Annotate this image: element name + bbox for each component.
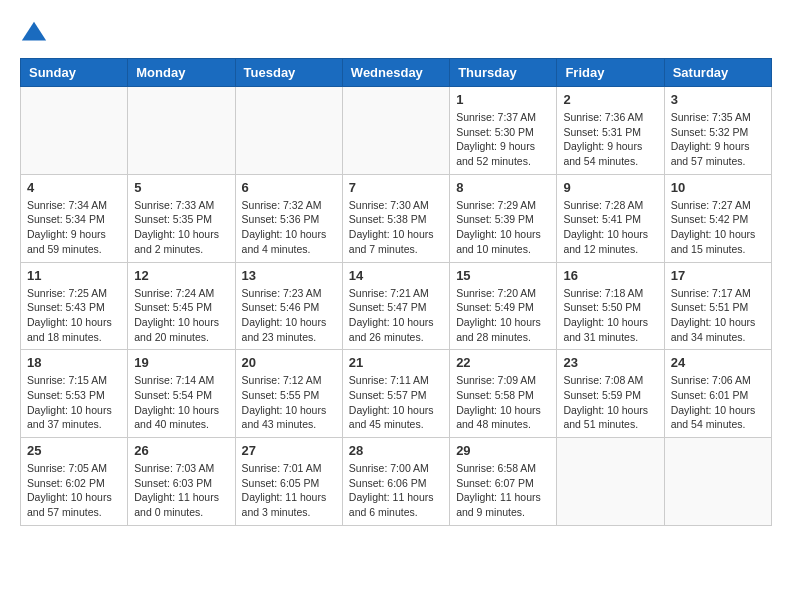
day-number: 17 xyxy=(671,268,765,283)
calendar-cell: 14Sunrise: 7:21 AMSunset: 5:47 PMDayligh… xyxy=(342,262,449,350)
svg-marker-0 xyxy=(22,22,46,41)
calendar-cell: 21Sunrise: 7:11 AMSunset: 5:57 PMDayligh… xyxy=(342,350,449,438)
day-info: Sunrise: 7:36 AMSunset: 5:31 PMDaylight:… xyxy=(563,110,657,169)
day-number: 9 xyxy=(563,180,657,195)
calendar-cell xyxy=(21,87,128,175)
calendar-cell: 6Sunrise: 7:32 AMSunset: 5:36 PMDaylight… xyxy=(235,174,342,262)
calendar-cell: 24Sunrise: 7:06 AMSunset: 6:01 PMDayligh… xyxy=(664,350,771,438)
day-number: 15 xyxy=(456,268,550,283)
day-info: Sunrise: 7:37 AMSunset: 5:30 PMDaylight:… xyxy=(456,110,550,169)
calendar-cell: 28Sunrise: 7:00 AMSunset: 6:06 PMDayligh… xyxy=(342,438,449,526)
calendar-cell: 29Sunrise: 6:58 AMSunset: 6:07 PMDayligh… xyxy=(450,438,557,526)
day-info: Sunrise: 6:58 AMSunset: 6:07 PMDaylight:… xyxy=(456,461,550,520)
day-info: Sunrise: 7:03 AMSunset: 6:03 PMDaylight:… xyxy=(134,461,228,520)
calendar-cell: 15Sunrise: 7:20 AMSunset: 5:49 PMDayligh… xyxy=(450,262,557,350)
day-info: Sunrise: 7:25 AMSunset: 5:43 PMDaylight:… xyxy=(27,286,121,345)
day-info: Sunrise: 7:18 AMSunset: 5:50 PMDaylight:… xyxy=(563,286,657,345)
day-info: Sunrise: 7:23 AMSunset: 5:46 PMDaylight:… xyxy=(242,286,336,345)
day-info: Sunrise: 7:09 AMSunset: 5:58 PMDaylight:… xyxy=(456,373,550,432)
calendar-cell: 3Sunrise: 7:35 AMSunset: 5:32 PMDaylight… xyxy=(664,87,771,175)
day-number: 22 xyxy=(456,355,550,370)
day-info: Sunrise: 7:11 AMSunset: 5:57 PMDaylight:… xyxy=(349,373,443,432)
logo-icon xyxy=(20,20,48,48)
day-info: Sunrise: 7:34 AMSunset: 5:34 PMDaylight:… xyxy=(27,198,121,257)
day-number: 26 xyxy=(134,443,228,458)
calendar-cell: 12Sunrise: 7:24 AMSunset: 5:45 PMDayligh… xyxy=(128,262,235,350)
page-header xyxy=(20,20,772,48)
weekday-header-saturday: Saturday xyxy=(664,59,771,87)
calendar-week-4: 18Sunrise: 7:15 AMSunset: 5:53 PMDayligh… xyxy=(21,350,772,438)
calendar-week-2: 4Sunrise: 7:34 AMSunset: 5:34 PMDaylight… xyxy=(21,174,772,262)
day-number: 29 xyxy=(456,443,550,458)
day-number: 13 xyxy=(242,268,336,283)
weekday-header-tuesday: Tuesday xyxy=(235,59,342,87)
day-number: 18 xyxy=(27,355,121,370)
day-number: 4 xyxy=(27,180,121,195)
calendar-header-row: SundayMondayTuesdayWednesdayThursdayFrid… xyxy=(21,59,772,87)
day-number: 24 xyxy=(671,355,765,370)
day-number: 14 xyxy=(349,268,443,283)
calendar-cell: 1Sunrise: 7:37 AMSunset: 5:30 PMDaylight… xyxy=(450,87,557,175)
day-info: Sunrise: 7:20 AMSunset: 5:49 PMDaylight:… xyxy=(456,286,550,345)
day-info: Sunrise: 7:33 AMSunset: 5:35 PMDaylight:… xyxy=(134,198,228,257)
day-info: Sunrise: 7:29 AMSunset: 5:39 PMDaylight:… xyxy=(456,198,550,257)
day-number: 10 xyxy=(671,180,765,195)
calendar-cell: 22Sunrise: 7:09 AMSunset: 5:58 PMDayligh… xyxy=(450,350,557,438)
calendar-cell: 26Sunrise: 7:03 AMSunset: 6:03 PMDayligh… xyxy=(128,438,235,526)
calendar-week-1: 1Sunrise: 7:37 AMSunset: 5:30 PMDaylight… xyxy=(21,87,772,175)
calendar-week-3: 11Sunrise: 7:25 AMSunset: 5:43 PMDayligh… xyxy=(21,262,772,350)
day-number: 7 xyxy=(349,180,443,195)
day-info: Sunrise: 7:28 AMSunset: 5:41 PMDaylight:… xyxy=(563,198,657,257)
calendar-cell: 17Sunrise: 7:17 AMSunset: 5:51 PMDayligh… xyxy=(664,262,771,350)
calendar-cell: 2Sunrise: 7:36 AMSunset: 5:31 PMDaylight… xyxy=(557,87,664,175)
day-number: 27 xyxy=(242,443,336,458)
day-info: Sunrise: 7:06 AMSunset: 6:01 PMDaylight:… xyxy=(671,373,765,432)
calendar-cell: 18Sunrise: 7:15 AMSunset: 5:53 PMDayligh… xyxy=(21,350,128,438)
day-info: Sunrise: 7:32 AMSunset: 5:36 PMDaylight:… xyxy=(242,198,336,257)
weekday-header-thursday: Thursday xyxy=(450,59,557,87)
day-info: Sunrise: 7:17 AMSunset: 5:51 PMDaylight:… xyxy=(671,286,765,345)
calendar-cell: 9Sunrise: 7:28 AMSunset: 5:41 PMDaylight… xyxy=(557,174,664,262)
day-info: Sunrise: 7:21 AMSunset: 5:47 PMDaylight:… xyxy=(349,286,443,345)
day-number: 23 xyxy=(563,355,657,370)
weekday-header-monday: Monday xyxy=(128,59,235,87)
calendar-cell: 10Sunrise: 7:27 AMSunset: 5:42 PMDayligh… xyxy=(664,174,771,262)
calendar-cell: 13Sunrise: 7:23 AMSunset: 5:46 PMDayligh… xyxy=(235,262,342,350)
day-number: 1 xyxy=(456,92,550,107)
day-number: 2 xyxy=(563,92,657,107)
day-number: 12 xyxy=(134,268,228,283)
calendar-cell xyxy=(557,438,664,526)
day-info: Sunrise: 7:14 AMSunset: 5:54 PMDaylight:… xyxy=(134,373,228,432)
weekday-header-friday: Friday xyxy=(557,59,664,87)
day-number: 19 xyxy=(134,355,228,370)
calendar-cell: 5Sunrise: 7:33 AMSunset: 5:35 PMDaylight… xyxy=(128,174,235,262)
day-number: 25 xyxy=(27,443,121,458)
day-number: 20 xyxy=(242,355,336,370)
day-number: 5 xyxy=(134,180,228,195)
calendar-cell xyxy=(128,87,235,175)
day-info: Sunrise: 7:12 AMSunset: 5:55 PMDaylight:… xyxy=(242,373,336,432)
day-info: Sunrise: 7:35 AMSunset: 5:32 PMDaylight:… xyxy=(671,110,765,169)
day-info: Sunrise: 7:27 AMSunset: 5:42 PMDaylight:… xyxy=(671,198,765,257)
weekday-header-wednesday: Wednesday xyxy=(342,59,449,87)
day-info: Sunrise: 7:00 AMSunset: 6:06 PMDaylight:… xyxy=(349,461,443,520)
calendar-cell xyxy=(342,87,449,175)
calendar-cell: 8Sunrise: 7:29 AMSunset: 5:39 PMDaylight… xyxy=(450,174,557,262)
calendar-week-5: 25Sunrise: 7:05 AMSunset: 6:02 PMDayligh… xyxy=(21,438,772,526)
calendar-body: 1Sunrise: 7:37 AMSunset: 5:30 PMDaylight… xyxy=(21,87,772,526)
calendar-cell: 20Sunrise: 7:12 AMSunset: 5:55 PMDayligh… xyxy=(235,350,342,438)
calendar-table: SundayMondayTuesdayWednesdayThursdayFrid… xyxy=(20,58,772,526)
day-number: 8 xyxy=(456,180,550,195)
day-info: Sunrise: 7:08 AMSunset: 5:59 PMDaylight:… xyxy=(563,373,657,432)
calendar-cell: 16Sunrise: 7:18 AMSunset: 5:50 PMDayligh… xyxy=(557,262,664,350)
calendar-cell: 7Sunrise: 7:30 AMSunset: 5:38 PMDaylight… xyxy=(342,174,449,262)
day-info: Sunrise: 7:01 AMSunset: 6:05 PMDaylight:… xyxy=(242,461,336,520)
day-info: Sunrise: 7:05 AMSunset: 6:02 PMDaylight:… xyxy=(27,461,121,520)
day-number: 6 xyxy=(242,180,336,195)
day-number: 16 xyxy=(563,268,657,283)
day-number: 3 xyxy=(671,92,765,107)
day-info: Sunrise: 7:15 AMSunset: 5:53 PMDaylight:… xyxy=(27,373,121,432)
day-info: Sunrise: 7:24 AMSunset: 5:45 PMDaylight:… xyxy=(134,286,228,345)
day-number: 11 xyxy=(27,268,121,283)
logo xyxy=(20,20,52,48)
